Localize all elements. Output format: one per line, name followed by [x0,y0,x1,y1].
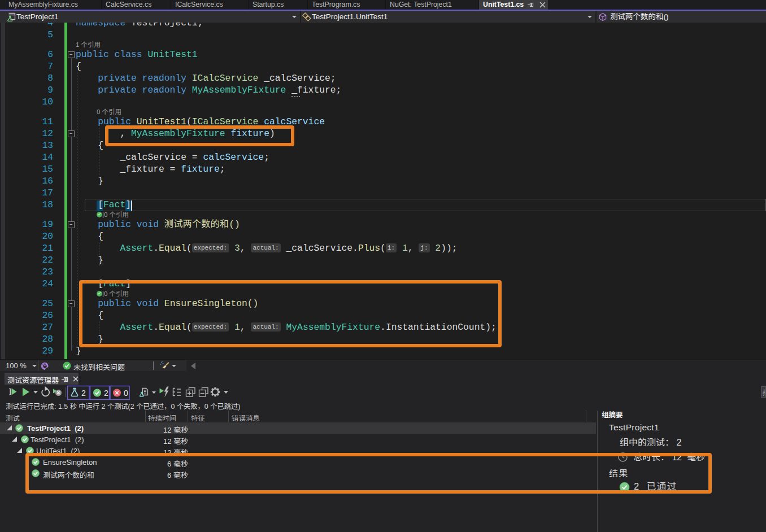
svg-text:2: 2 [104,389,108,398]
svg-text:0: 0 [124,389,128,398]
svg-text:2: 2 [81,389,86,398]
